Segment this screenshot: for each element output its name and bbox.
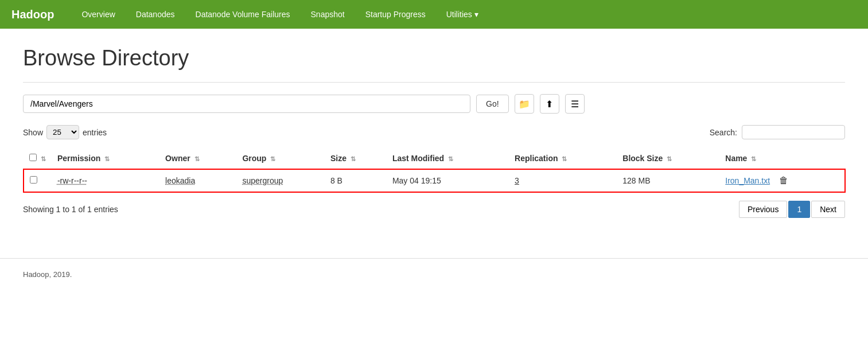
nav-link-datanode-volume-failures[interactable]: Datanode Volume Failures bbox=[185, 1, 301, 28]
header-checkbox-col: ⇅ bbox=[24, 148, 52, 169]
group-value: supergroup bbox=[242, 176, 283, 185]
entries-select[interactable]: 10 25 50 100 bbox=[46, 125, 79, 139]
header-block-size[interactable]: Block Size ⇅ bbox=[617, 148, 719, 169]
navbar: Hadoop Overview Datanodes Datanode Volum… bbox=[0, 0, 868, 29]
sort-icon-group[interactable]: ⇅ bbox=[270, 155, 275, 163]
row-size: 8 B bbox=[325, 169, 387, 192]
upload-icon: ⬆ bbox=[546, 99, 553, 110]
select-all-checkbox[interactable] bbox=[29, 154, 37, 161]
previous-button[interactable]: Previous bbox=[739, 201, 787, 218]
header-owner[interactable]: Owner ⇅ bbox=[159, 148, 236, 169]
row-replication: 3 bbox=[509, 169, 617, 192]
nav-item-datanode-volume-failures[interactable]: Datanode Volume Failures bbox=[185, 1, 301, 28]
show-entries: Show 10 25 50 100 entries bbox=[23, 125, 107, 139]
header-owner-label: Owner bbox=[165, 154, 190, 163]
file-name-link[interactable]: Iron_Man.txt bbox=[725, 176, 770, 185]
row-checkbox[interactable] bbox=[30, 176, 37, 184]
sort-icon-permission[interactable]: ⇅ bbox=[104, 155, 110, 163]
row-last-modified: May 04 19:15 bbox=[387, 169, 509, 192]
nav-item-overview[interactable]: Overview bbox=[71, 1, 125, 28]
table-row: -rw-r--r-- leokadia supergroup 8 B May 0… bbox=[24, 169, 845, 192]
show-label: Show bbox=[23, 128, 43, 137]
header-block-size-label: Block Size bbox=[622, 154, 663, 163]
header-last-modified-label: Last Modified bbox=[392, 154, 444, 163]
main-content: Browse Directory Go! 📁 ⬆ ☰ Show 10 25 50… bbox=[0, 29, 868, 235]
nav-link-overview[interactable]: Overview bbox=[71, 1, 125, 28]
last-modified-value: May 04 19:15 bbox=[392, 176, 441, 185]
go-button[interactable]: Go! bbox=[476, 95, 509, 113]
list-icon: ☰ bbox=[571, 99, 579, 110]
owner-value: leokadia bbox=[165, 176, 195, 185]
sort-icon-replication[interactable]: ⇅ bbox=[562, 155, 567, 163]
showing-text: Showing 1 to 1 of 1 entries bbox=[23, 205, 118, 214]
list-icon-button[interactable]: ☰ bbox=[565, 94, 585, 114]
path-input[interactable] bbox=[23, 95, 470, 113]
sort-icon-size[interactable]: ⇅ bbox=[351, 155, 356, 163]
folder-icon-button[interactable]: 📁 bbox=[515, 94, 534, 114]
pagination-buttons: Previous 1 Next bbox=[739, 201, 845, 218]
nav-item-snapshot[interactable]: Snapshot bbox=[301, 1, 355, 28]
path-bar: Go! 📁 ⬆ ☰ bbox=[23, 94, 845, 114]
row-checkbox-cell bbox=[24, 169, 52, 192]
search-bar: Search: bbox=[710, 125, 845, 139]
header-replication[interactable]: Replication ⇅ bbox=[509, 148, 617, 169]
nav-link-startup-progress[interactable]: Startup Progress bbox=[355, 1, 436, 28]
title-divider bbox=[23, 82, 845, 83]
row-group: supergroup bbox=[236, 169, 325, 192]
data-table: ⇅ Permission ⇅ Owner ⇅ Group ⇅ bbox=[23, 148, 845, 192]
header-replication-label: Replication bbox=[515, 154, 558, 163]
header-group[interactable]: Group ⇅ bbox=[236, 148, 325, 169]
table-controls: Show 10 25 50 100 entries Search: bbox=[23, 125, 845, 139]
nav-item-datanodes[interactable]: Datanodes bbox=[126, 1, 185, 28]
next-button[interactable]: Next bbox=[811, 201, 845, 218]
footer-text: Hadoop, 2019. bbox=[23, 270, 72, 279]
header-size[interactable]: Size ⇅ bbox=[325, 148, 387, 169]
header-permission[interactable]: Permission ⇅ bbox=[52, 148, 159, 169]
sort-icon-block-size[interactable]: ⇅ bbox=[667, 155, 672, 163]
navbar-brand[interactable]: Hadoop bbox=[11, 8, 54, 21]
nav-link-datanodes[interactable]: Datanodes bbox=[126, 1, 185, 28]
sort-icon-owner[interactable]: ⇅ bbox=[194, 155, 200, 163]
header-name[interactable]: Name ⇅ bbox=[719, 148, 845, 169]
row-name: Iron_Man.txt 🗑 bbox=[719, 169, 845, 192]
header-name-label: Name bbox=[725, 154, 747, 163]
search-label: Search: bbox=[710, 128, 737, 137]
page-1-button[interactable]: 1 bbox=[788, 201, 810, 218]
row-owner: leokadia bbox=[159, 169, 236, 192]
table-wrapper: ⇅ Permission ⇅ Owner ⇅ Group ⇅ bbox=[23, 148, 845, 192]
permission-value: -rw-r--r-- bbox=[57, 176, 87, 185]
nav-item-utilities[interactable]: Utilities bbox=[436, 1, 489, 28]
folder-icon: 📁 bbox=[519, 99, 530, 110]
sort-icon-checkbox[interactable]: ⇅ bbox=[41, 155, 46, 163]
replication-link[interactable]: 3 bbox=[515, 176, 519, 185]
pagination-area: Showing 1 to 1 of 1 entries Previous 1 N… bbox=[23, 201, 845, 218]
nav-item-startup-progress[interactable]: Startup Progress bbox=[355, 1, 436, 28]
table-body: -rw-r--r-- leokadia supergroup 8 B May 0… bbox=[24, 169, 845, 192]
navbar-links: Overview Datanodes Datanode Volume Failu… bbox=[71, 1, 488, 28]
row-block-size: 128 MB bbox=[617, 169, 719, 192]
footer: Hadoop, 2019. bbox=[0, 258, 868, 290]
entries-label: entries bbox=[83, 128, 107, 137]
page-title: Browse Directory bbox=[23, 46, 845, 71]
table-header: ⇅ Permission ⇅ Owner ⇅ Group ⇅ bbox=[24, 148, 845, 169]
nav-link-snapshot[interactable]: Snapshot bbox=[301, 1, 355, 28]
search-input[interactable] bbox=[742, 125, 845, 139]
row-permission: -rw-r--r-- bbox=[52, 169, 159, 192]
header-permission-label: Permission bbox=[57, 154, 100, 163]
block-size-value: 128 MB bbox=[622, 176, 650, 185]
size-value: 8 B bbox=[330, 176, 342, 185]
sort-icon-last-modified[interactable]: ⇅ bbox=[448, 155, 453, 163]
header-row: ⇅ Permission ⇅ Owner ⇅ Group ⇅ bbox=[24, 148, 845, 169]
upload-icon-button[interactable]: ⬆ bbox=[540, 94, 559, 114]
nav-link-utilities[interactable]: Utilities bbox=[436, 1, 489, 28]
header-size-label: Size bbox=[330, 154, 347, 163]
sort-icon-name[interactable]: ⇅ bbox=[751, 155, 756, 163]
delete-icon[interactable]: 🗑 bbox=[779, 175, 788, 185]
header-last-modified[interactable]: Last Modified ⇅ bbox=[387, 148, 509, 169]
header-group-label: Group bbox=[242, 154, 266, 163]
